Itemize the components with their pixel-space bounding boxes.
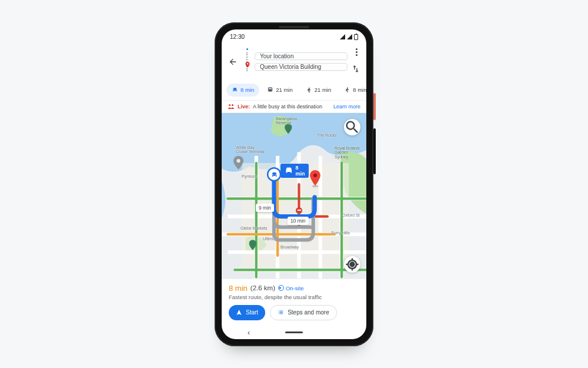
svg-point-7 <box>313 173 317 177</box>
directions-header: Your location Queen Victoria Building <box>222 42 366 82</box>
summary-distance: (2.6 km) <box>250 284 275 291</box>
my-location-fab[interactable] <box>344 256 360 273</box>
map-label-botanic: Royal Botanic Garden Sydney <box>335 146 360 160</box>
summary-duration: 8 min <box>229 284 248 293</box>
svg-point-1 <box>232 104 233 106</box>
route-endpoint-indicator <box>243 47 251 77</box>
start-navigation-button[interactable]: Start <box>229 305 265 320</box>
destination-marker[interactable] <box>309 170 322 188</box>
busyness-icon <box>228 104 235 110</box>
live-learn-more-link[interactable]: Learn more <box>333 104 360 110</box>
steps-and-more-button[interactable]: Steps and more <box>270 305 337 320</box>
map-label-ultimo: Ultimo <box>263 237 275 241</box>
mode-drive[interactable]: 8 min <box>226 84 259 97</box>
mode-rideshare-label: 8 min <box>353 87 366 93</box>
battery-icon <box>354 34 358 40</box>
destination-pin-icon <box>244 61 250 67</box>
status-bar: 12:30 <box>222 29 366 42</box>
arrow-left-icon <box>228 57 238 67</box>
parking-onsite-label: On-site <box>286 285 304 291</box>
parking-icon <box>278 285 284 291</box>
road-closed-icon <box>296 207 302 214</box>
map-label-the-rocks: The Rocks <box>317 133 336 138</box>
travel-mode-tabs: 8 min 21 min 21 min 8 min <box>222 82 366 100</box>
map-label-oxford: Oxford St <box>342 213 360 218</box>
map-label-pyrmont: Pyrmont <box>242 174 257 179</box>
map-label-broadway: Broadway <box>280 245 299 250</box>
crosshair-icon <box>344 256 360 273</box>
map-svg <box>222 113 366 279</box>
map-search-fab[interactable] <box>344 119 360 135</box>
mode-transit-label: 21 min <box>276 87 293 93</box>
start-label: Start <box>246 309 258 316</box>
primary-route-chip[interactable]: 8 min <box>280 164 309 178</box>
car-icon <box>232 87 238 93</box>
mode-walk-label: 21 min <box>315 87 332 93</box>
mode-drive-label: 8 min <box>240 87 254 93</box>
status-icons <box>340 34 358 40</box>
wifi-icon <box>340 34 345 39</box>
swap-endpoints-button[interactable] <box>351 64 362 75</box>
magnifier-icon <box>344 119 360 135</box>
origin-value: Your location <box>260 53 293 59</box>
phone-frame: 12:30 <box>215 22 373 346</box>
map-label-glebe: Glebe Markets <box>240 226 268 231</box>
status-time: 12:30 <box>230 34 245 40</box>
overflow-menu-button[interactable] <box>351 48 362 56</box>
list-icon <box>278 309 284 316</box>
svg-point-0 <box>229 104 230 106</box>
signal-icon <box>347 34 352 39</box>
svg-point-5 <box>236 159 240 163</box>
parking-onsite-badge: On-site <box>278 285 304 291</box>
nav-back-button[interactable]: ‹ <box>248 329 250 337</box>
back-button[interactable] <box>226 55 239 68</box>
gesture-handle[interactable] <box>285 331 303 334</box>
alt-route-2-duration: 10 min <box>290 218 306 224</box>
mode-rideshare[interactable]: 8 min <box>339 84 366 97</box>
live-tag: Live: <box>238 104 250 110</box>
transit-icon <box>267 87 273 93</box>
destination-input[interactable]: Queen Victoria Building <box>255 63 348 71</box>
walk-icon <box>306 87 312 93</box>
rideshare-icon <box>344 87 350 93</box>
navigation-bar: ‹ <box>222 326 366 339</box>
map-label-white-bay: White Bay Cruise Terminal <box>236 145 265 154</box>
alt-route-1-chip[interactable]: 9 min <box>256 204 274 212</box>
navigate-icon <box>236 309 242 316</box>
live-busyness-banner: Live: A little busy at this destination … <box>222 100 366 113</box>
steps-label: Steps and more <box>288 309 329 316</box>
map-label-surry: Surry Hills <box>331 231 350 236</box>
alt-route-2-chip[interactable]: 10 min <box>288 217 309 225</box>
origin-dot-icon <box>245 47 250 52</box>
phone-volume-button <box>373 128 376 174</box>
primary-route-duration: 8 min <box>296 165 305 177</box>
alt-route-1-duration: 9 min <box>259 205 271 211</box>
route-summary-sheet[interactable]: 8 min (2.6 km) On-site Fastest route, de… <box>222 279 366 326</box>
map-pin-icon <box>309 170 322 188</box>
origin-input[interactable]: Your location <box>255 52 348 60</box>
live-text: A little busy at this destination <box>253 104 330 110</box>
summary-subtitle: Fastest route, despite the usual traffic <box>229 294 359 300</box>
car-icon <box>284 165 294 175</box>
map-label-barangaroo: Barangaroo Reserve <box>276 117 298 125</box>
phone-power-button <box>373 93 376 120</box>
destination-value: Queen Victoria Building <box>260 64 321 70</box>
mode-transit[interactable]: 21 min <box>262 84 298 97</box>
swap-vertical-icon <box>351 64 360 74</box>
mode-walk[interactable]: 21 min <box>300 84 337 97</box>
map-canvas[interactable]: 8 min 9 min 10 min Barangaroo Reserve Th… <box>222 113 366 279</box>
